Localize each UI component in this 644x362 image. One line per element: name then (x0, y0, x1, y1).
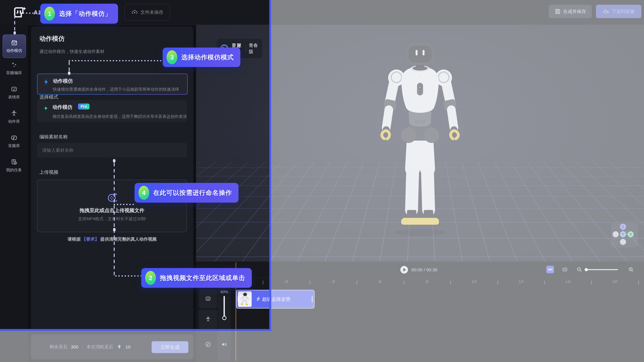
name-section-label: 编辑素材名称 (40, 134, 68, 140)
sidebar-item-label: 音频库 (8, 143, 20, 149)
mode-name: 动作模仿 (52, 104, 72, 111)
mode-desc: 模仿复杂高精度高动态全身动作复现，适用于舞蹈功夫等丰富表达创作表演 (52, 114, 187, 119)
pro-badge: Pro (78, 104, 90, 110)
volume-value: 40% (218, 290, 230, 294)
robot-logo-icon (13, 6, 28, 19)
volume-slider-thumb[interactable] (222, 316, 226, 320)
step-3-number: 3 (166, 50, 177, 64)
mode-section-label: 选择模式 (40, 94, 58, 100)
clip-thumbnail (238, 291, 252, 307)
upload-video-icon (106, 191, 118, 203)
cloud-unsaved-icon (131, 9, 138, 16)
dim-overlay-bottom (0, 331, 271, 362)
dropzone-title: 拖拽至此或点击上传视频文件 (38, 207, 186, 214)
tutorial-step-2: 2 拖拽视频文件至此区域或单击 (141, 268, 252, 288)
tutorial-step-3: 3 选择动作模仿模式 (163, 48, 240, 67)
audio-arrange-icon (10, 61, 18, 68)
mode-card-pro[interactable]: 动作模仿 Pro 模仿复杂高精度高动态全身动作复现，适用于舞蹈功夫等丰富表达创作… (37, 100, 187, 122)
material-name-field (37, 143, 187, 157)
mode-card-fast[interactable]: 动作模仿 快速模仿普通难度的全身动作，适用于小品戏剧等简单动作的快速演绎 (37, 74, 188, 95)
robot-edition: 青春版 (249, 42, 258, 55)
step-2-text: 拖拽视频文件至此区域或单击 (160, 274, 245, 282)
audio-lib-icon (10, 134, 18, 141)
expression-track-button[interactable] (199, 289, 217, 308)
expression-lib-icon (10, 86, 18, 93)
step-1-text: 选择「动作模仿」 (59, 10, 112, 18)
app-logo[interactable] (13, 6, 28, 19)
note-suffix: 提供清晰完整的真人动作视频 (100, 237, 156, 241)
app-root: A1机 文件未保存 合成并保存 下发到设备 (0, 0, 644, 362)
sidebar-item-expression-lib[interactable]: 表情库 (3, 81, 25, 104)
spotlight-border-vertical (269, 0, 271, 331)
step-3-text: 选择动作模仿模式 (181, 53, 234, 62)
sidebar-nav: 动作模仿 音频编排 表情库 (0, 25, 28, 362)
ruler-tick (263, 281, 263, 284)
sidebar-item-label: 表情库 (8, 95, 20, 100)
sidebar-item-motion-imitation[interactable]: 动作模仿 (3, 35, 26, 58)
volume-slider[interactable] (224, 296, 225, 317)
sidebar-item-label: 我的任务 (6, 167, 22, 173)
sidebar-item-label: 动作库 (8, 119, 20, 124)
mode-desc: 快速模仿普通难度的全身动作，适用于小品戏剧等简单动作的快速演绎 (53, 87, 179, 92)
badge-divider (246, 45, 246, 52)
clip-trim-left[interactable] (238, 296, 238, 302)
sidebar-item-my-tasks[interactable]: 我的任务 (3, 154, 25, 177)
clip-thumb-robot (238, 291, 252, 307)
tutorial-step-1: 1 选择「动作模仿」 (40, 4, 118, 24)
sidebar-item-label: 音频编排 (6, 70, 22, 76)
motion-track-button[interactable] (199, 309, 217, 329)
step-2-number: 2 (145, 271, 156, 285)
mode-name: 动作模仿 (53, 78, 73, 84)
dropzone-hint: 支持MP4格式，文件时长不超过30秒 (38, 216, 186, 222)
panel-subtitle: 通过动作模仿，快速生成动作素材 (40, 49, 104, 55)
upload-note: 请根据 【要求】 提供清晰完整的真人动作视频 (31, 236, 193, 242)
lightning-icon (43, 79, 50, 86)
runner-icon (256, 296, 261, 301)
file-unsaved-chip[interactable]: 文件未保存 (124, 4, 170, 21)
step-4-number: 4 (138, 186, 149, 200)
expression-track-icon (205, 295, 211, 302)
step-4-text: 在此可以按需进行命名操作 (153, 189, 232, 197)
dim-overlay-right (271, 0, 644, 362)
my-tasks-icon (10, 158, 18, 166)
action-lib-icon (10, 110, 18, 117)
sparkle-icon (42, 105, 49, 113)
step-1-number: 1 (44, 7, 55, 21)
panel-title: 动作模仿 (40, 35, 64, 43)
upload-section-label: 上传视频 (40, 169, 58, 175)
note-prefix: 请根据 (68, 237, 80, 241)
file-unsaved-label: 文件未保存 (140, 9, 164, 15)
material-name-input[interactable] (37, 143, 187, 157)
tutorial-step-4: 4 在此可以按需进行命名操作 (134, 183, 238, 203)
sidebar-item-label: 动作模仿 (6, 48, 22, 53)
motion-track-icon (205, 316, 211, 322)
sidebar-item-action-lib[interactable]: 动作库 (3, 106, 25, 129)
requirements-link[interactable]: 【要求】 (82, 237, 99, 241)
sidebar-item-audio-arrange[interactable]: 音频编排 (3, 57, 25, 80)
sidebar-item-audio-lib[interactable]: 音频库 (3, 130, 25, 153)
motion-imitation-icon (11, 39, 18, 46)
spotlight-border-horizontal (0, 329, 271, 331)
